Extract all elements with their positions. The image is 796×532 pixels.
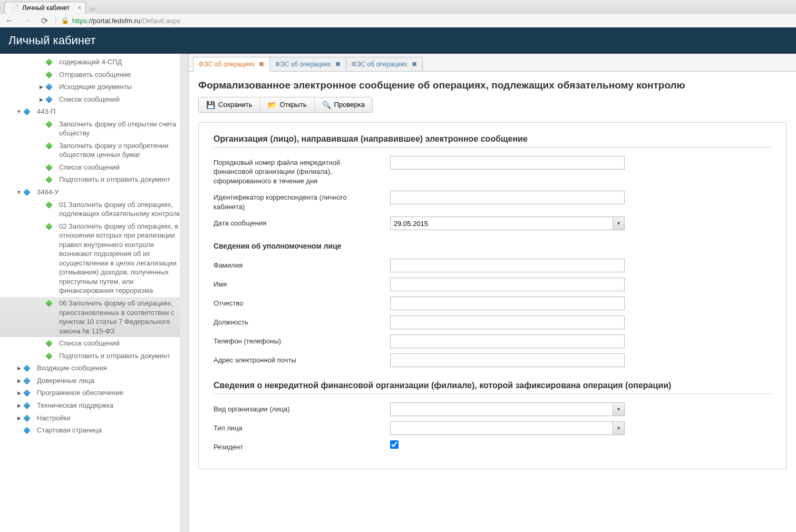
url-protocol: https (72, 17, 87, 25)
sidebar-item[interactable]: 02 Заполнить форму об операциях, в отнош… (0, 220, 188, 297)
diamond-blue-icon (45, 96, 55, 103)
sidebar-item[interactable]: Список сообщений (0, 337, 188, 350)
sidebar-item[interactable]: Отправить сообщение (0, 68, 188, 81)
expander-icon[interactable]: ▼ (15, 109, 23, 115)
input-correspondent-id[interactable] (390, 191, 625, 204)
check-button[interactable]: 🔍 Проверка (315, 97, 372, 112)
document-tab[interactable]: ФЭС об операциях✖ (269, 57, 346, 71)
sidebar-item[interactable]: ▼3484-У (0, 186, 188, 199)
expander-icon[interactable]: ▶ (15, 402, 23, 409)
open-button[interactable]: 📂 Открыть (260, 97, 315, 112)
input-position[interactable] (390, 316, 625, 329)
sidebar-item[interactable]: 01 Заполнить форму об операциях, подлежа… (0, 199, 188, 220)
content-pane: Формализованное электронное сообщение об… (189, 72, 796, 532)
content-area: ФЭС об операциях✖ФЭС об операциях✖ФЭС об… (189, 54, 796, 532)
url-bar[interactable]: 🔒 https://portal.fedsfm.ru/Default.aspx (55, 17, 793, 25)
document-tab[interactable]: ФЭС об операциях✖ (193, 57, 270, 72)
label-org-type: Вид организации (лица) (213, 402, 390, 414)
expander-icon[interactable]: ▼ (15, 189, 23, 195)
label-serial-number: Порядковый номер файла некредитной финан… (213, 156, 390, 186)
chevron-down-icon[interactable]: ▼ (613, 403, 624, 416)
sidebar-item[interactable]: ▶Входящие сообщения (0, 362, 188, 375)
checkbox-resident[interactable] (390, 440, 399, 449)
close-icon[interactable]: ✖ (335, 61, 341, 68)
close-icon[interactable]: ✖ (259, 61, 264, 68)
sidebar-item[interactable]: ▶Программное обеспечение (0, 387, 188, 399)
reload-button[interactable]: ⟳ (39, 16, 50, 26)
browser-tab[interactable]: 📄 Личный кабинет × (4, 2, 86, 14)
label-email: Адрес электронной почты (213, 353, 390, 365)
lock-icon: 🔒 (61, 17, 69, 24)
scrollbar[interactable] (180, 54, 188, 532)
select-org-type[interactable]: ▼ (390, 402, 625, 416)
diamond-green-icon (45, 176, 55, 183)
sidebar-item[interactable]: Стартовая страница (0, 424, 188, 437)
chevron-down-icon[interactable]: ▼ (613, 217, 624, 230)
label-resident: Резидент (213, 440, 390, 452)
expander-icon[interactable]: ▶ (15, 390, 23, 396)
date-input-message-date[interactable]: ▼ (390, 216, 625, 230)
sidebar-item[interactable]: ▶Список сообщений (0, 93, 188, 106)
date-value[interactable] (391, 217, 613, 230)
input-patronymic[interactable] (390, 297, 625, 310)
diamond-blue-icon (23, 389, 33, 397)
browser-tab-title: Личный кабинет (22, 4, 70, 12)
sidebar-item-label: Доверенные лица (37, 376, 184, 386)
new-tab-button[interactable]: ▱ (86, 4, 100, 14)
tab-label: ФЭС об операциях (199, 61, 255, 68)
expander-icon[interactable]: ▶ (15, 415, 23, 421)
input-name[interactable] (390, 278, 625, 291)
diamond-green-icon (45, 71, 55, 78)
sidebar-item-label: Подготовить и отправить документ (59, 175, 184, 184)
diamond-blue-icon (23, 364, 33, 372)
sidebar-item-label: Заполнить форму об открытии счета общест… (59, 120, 184, 138)
sidebar-item[interactable]: Список сообщений (0, 161, 188, 174)
sidebar-item[interactable]: ▶Исходящие документы (0, 81, 188, 93)
chevron-down-icon[interactable]: ▼ (613, 422, 624, 435)
expander-icon[interactable]: ▶ (37, 84, 45, 90)
close-icon[interactable]: ✖ (412, 61, 417, 68)
check-label: Проверка (334, 101, 365, 109)
save-button[interactable]: 💾 Сохранить (199, 97, 260, 112)
expander-icon[interactable]: ▶ (37, 96, 45, 103)
select-person-type[interactable]: ▼ (390, 421, 625, 435)
label-position: Должность (213, 316, 390, 327)
expander-icon[interactable]: ▶ (15, 365, 23, 371)
sidebar-item-label: Исходящие документы (59, 82, 184, 92)
expander-icon[interactable]: ▶ (15, 378, 23, 384)
sidebar-item-label: Стартовая страница (37, 426, 184, 435)
label-phone: Телефон (телефоны) (213, 334, 390, 346)
sidebar-item[interactable]: содержащий 4-СПД (0, 56, 188, 68)
diamond-green-icon (45, 300, 55, 307)
sidebar-item[interactable]: 06 Заполнить форму об операциях, приоста… (0, 297, 188, 337)
sidebar-item-label: 01 Заполнить форму об операциях, подлежа… (59, 200, 184, 219)
save-label: Сохранить (218, 101, 253, 109)
sidebar-item[interactable]: Подготовить и отправить документ (0, 350, 188, 362)
input-email[interactable] (390, 353, 625, 367)
toolbar: 💾 Сохранить 📂 Открыть 🔍 Проверка (198, 97, 373, 113)
diamond-blue-icon (23, 189, 33, 196)
input-surname[interactable] (390, 259, 625, 272)
document-tab[interactable]: ФЭС об операциях✖ (346, 57, 423, 71)
sidebar-item[interactable]: ▶Доверенные лица (0, 375, 188, 387)
back-button[interactable]: ← (3, 16, 16, 25)
forward-button[interactable]: → (21, 16, 34, 25)
label-patronymic: Отчество (213, 297, 390, 308)
sidebar-item[interactable]: ▼443-П (0, 105, 188, 118)
app-header: Личный кабинет (0, 27, 796, 54)
browser-tab-strip: 📄 Личный кабинет × ▱ (0, 0, 796, 14)
tab-label: ФЭС об операциях (352, 61, 407, 68)
sidebar-item[interactable]: Подготовить и отправить документ (0, 173, 188, 186)
document-tabs: ФЭС об операциях✖ФЭС об операциях✖ФЭС об… (189, 57, 796, 72)
close-icon[interactable]: × (77, 4, 81, 12)
input-phone[interactable] (390, 334, 625, 348)
sidebar-item[interactable]: Заполнить форму об открытии счета общест… (0, 118, 188, 140)
diamond-green-icon (45, 223, 55, 230)
input-serial-number[interactable] (390, 156, 625, 170)
url-host: ://portal.fedsfm.ru (87, 17, 140, 25)
sidebar-item[interactable]: ▶Техническая поддержка (0, 399, 188, 412)
diamond-green-icon (45, 340, 55, 347)
diamond-blue-icon (45, 83, 55, 91)
sidebar-item[interactable]: Заполнить форму о приобретении обществом… (0, 140, 188, 161)
sidebar-item[interactable]: ▶Настройки (0, 412, 188, 425)
